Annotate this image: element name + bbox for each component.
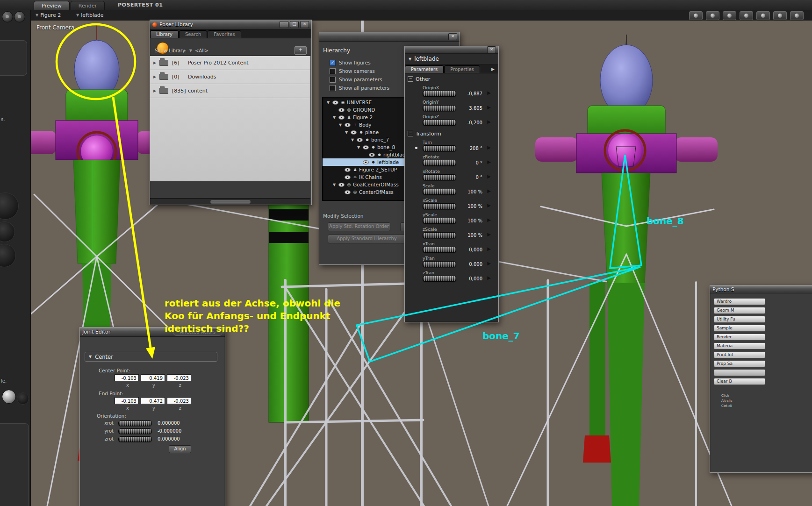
python-script-button-prop-sa[interactable]: Prop Sa bbox=[714, 360, 765, 367]
material-sphere-icon[interactable] bbox=[17, 392, 29, 405]
ui-style-knob-icon[interactable] bbox=[14, 11, 25, 22]
camera-dolly-icon[interactable] bbox=[689, 11, 703, 20]
param-menu-icon[interactable]: ▶ bbox=[487, 174, 491, 179]
library-titlebar[interactable]: Poser Library − □ × bbox=[150, 20, 311, 29]
visibility-eye-icon[interactable] bbox=[338, 108, 345, 112]
collapse-icon[interactable]: ▼ bbox=[331, 183, 337, 187]
ui-style-knob-icon[interactable] bbox=[2, 11, 13, 22]
expand-arrow-icon[interactable]: ▶ bbox=[150, 61, 159, 65]
orientation-dial-zrot[interactable] bbox=[118, 436, 152, 442]
param-menu-icon[interactable]: ▶ bbox=[487, 232, 491, 237]
python-script-button-geom-m[interactable]: Geom M bbox=[714, 307, 765, 314]
param-menu-icon[interactable]: ▶ bbox=[487, 261, 491, 266]
param-menu-icon[interactable]: ▶ bbox=[487, 145, 491, 150]
center-point-field[interactable]: -0,023 bbox=[167, 374, 191, 381]
python-script-button-render[interactable]: Render bbox=[714, 334, 765, 341]
expand-arrow-icon[interactable]: ▶ bbox=[150, 75, 159, 79]
param-dial-xscale[interactable] bbox=[423, 203, 456, 209]
param-dial-ytran[interactable] bbox=[423, 261, 456, 267]
python-script-button-print-inf[interactable]: Print Inf bbox=[714, 351, 765, 358]
minimize-icon[interactable]: − bbox=[280, 21, 288, 28]
collapse-icon[interactable]: ▼ bbox=[325, 100, 331, 105]
close-icon[interactable]: × bbox=[300, 21, 309, 28]
param-dial-scale[interactable] bbox=[423, 189, 456, 195]
param-dial-xrotate[interactable] bbox=[423, 174, 456, 180]
param-dial-yscale[interactable] bbox=[423, 218, 456, 224]
library-tab-library[interactable]: Library bbox=[150, 30, 179, 38]
param-menu-icon[interactable]: ▶ bbox=[487, 119, 491, 124]
show-library-value[interactable]: <All> bbox=[195, 48, 208, 53]
center-point-field[interactable]: 0,419 bbox=[141, 374, 165, 381]
camera-control-icon[interactable] bbox=[0, 221, 15, 242]
collapse-icon[interactable]: ▼ bbox=[356, 145, 361, 150]
param-dial-xtran[interactable] bbox=[423, 247, 456, 253]
collapse-icon[interactable]: ▼ bbox=[350, 138, 355, 142]
library-item[interactable]: ▶[0]Downloads bbox=[150, 70, 310, 84]
param-menu-icon[interactable]: ▶ bbox=[487, 105, 491, 110]
visibility-eye-icon[interactable] bbox=[363, 145, 369, 150]
panel-expand-icon[interactable]: ▶ bbox=[491, 67, 498, 73]
close-icon[interactable]: × bbox=[487, 46, 496, 53]
params-tab-parameters[interactable]: Parameters bbox=[405, 65, 444, 73]
collapse-icon[interactable]: ▼ bbox=[344, 130, 349, 135]
param-dial-zrotate[interactable] bbox=[423, 160, 456, 166]
python-script-button-sample[interactable]: Sample bbox=[714, 325, 765, 332]
checkbox-icon[interactable] bbox=[330, 85, 336, 91]
collapse-minus-icon[interactable]: − bbox=[408, 76, 413, 82]
checkbox-icon[interactable] bbox=[330, 68, 336, 74]
center-point-field[interactable]: -0,103 bbox=[115, 374, 139, 381]
library-tab-favorites[interactable]: Favorites bbox=[208, 30, 241, 38]
params-tab-properties[interactable]: Properties bbox=[444, 65, 480, 73]
param-dial-originz[interactable] bbox=[423, 120, 456, 126]
tab-render[interactable]: Render bbox=[71, 1, 105, 10]
end-point-field[interactable]: 0,472 bbox=[141, 397, 165, 404]
parameters-titlebar[interactable]: × bbox=[405, 46, 498, 54]
library-tab-search[interactable]: Search bbox=[179, 30, 207, 38]
close-icon[interactable]: × bbox=[448, 33, 457, 40]
checkbox-icon[interactable] bbox=[330, 77, 336, 83]
param-menu-icon[interactable]: ▶ bbox=[487, 217, 491, 222]
visibility-eye-icon[interactable] bbox=[345, 168, 351, 172]
library-item[interactable]: ▶[835]content bbox=[150, 84, 310, 98]
visibility-eye-icon[interactable] bbox=[345, 190, 351, 194]
param-menu-icon[interactable]: ▶ bbox=[487, 159, 491, 164]
param-menu-icon[interactable]: ▶ bbox=[487, 246, 491, 251]
param-menu-icon[interactable]: ▶ bbox=[487, 203, 491, 208]
section-header-transform[interactable]: −Transform bbox=[405, 128, 498, 139]
param-dial-zscale[interactable] bbox=[423, 232, 456, 238]
python-script-button-wardro[interactable]: Wardro bbox=[714, 298, 765, 305]
flyaround-camera-icon[interactable] bbox=[756, 11, 770, 20]
actor-header[interactable]: ▼ leftblade bbox=[405, 54, 498, 64]
collapse-icon[interactable]: ▼ bbox=[338, 123, 343, 127]
camera-name-label[interactable]: Front Camera bbox=[36, 24, 74, 31]
camera-orbit-icon[interactable] bbox=[706, 11, 719, 20]
visibility-eye-icon[interactable] bbox=[357, 138, 363, 142]
visibility-eye-icon[interactable] bbox=[338, 115, 345, 120]
apply-apply-std-rotation-order-button[interactable]: Apply Std. Rotation Order bbox=[328, 222, 390, 231]
visibility-eye-icon[interactable] bbox=[369, 153, 375, 157]
tab-preview[interactable]: Preview bbox=[34, 1, 70, 10]
zoom-tool-icon[interactable] bbox=[790, 11, 804, 20]
library-item[interactable]: ▶[6]Poser Pro 2012 Content bbox=[150, 56, 310, 70]
align-button[interactable]: Align bbox=[169, 445, 191, 453]
expand-arrow-icon[interactable]: ▶ bbox=[150, 89, 159, 93]
camera-control-icon[interactable] bbox=[0, 192, 19, 220]
end-point-field[interactable]: -0,023 bbox=[167, 397, 191, 404]
figure-dropdown[interactable]: ▼ Figure 2 bbox=[36, 12, 61, 18]
maximize-icon[interactable]: □ bbox=[290, 21, 299, 28]
material-sphere-icon[interactable] bbox=[2, 390, 16, 404]
center-section-header[interactable]: ▼ Center bbox=[85, 352, 217, 362]
chevron-down-icon[interactable]: ▼ bbox=[189, 49, 192, 53]
joint-editor-titlebar[interactable]: Joint Editor Affected Actors bbox=[80, 328, 225, 337]
python-script-button-clear-b[interactable]: Clear B bbox=[714, 378, 765, 385]
visibility-eye-icon[interactable] bbox=[363, 160, 369, 164]
visibility-eye-icon[interactable] bbox=[332, 100, 338, 105]
end-point-field[interactable]: -0,103 bbox=[115, 397, 139, 404]
param-menu-icon[interactable]: ▶ bbox=[487, 188, 491, 193]
affected-actors-button[interactable]: Affected Actors bbox=[173, 328, 223, 336]
python-blank-button[interactable] bbox=[714, 369, 765, 376]
visibility-eye-icon[interactable] bbox=[345, 123, 351, 127]
python-script-button-utility-fu[interactable]: Utility Fu bbox=[714, 316, 765, 323]
param-menu-icon[interactable]: ▶ bbox=[487, 275, 491, 280]
checkbox-icon[interactable]: ✓ bbox=[330, 60, 336, 66]
